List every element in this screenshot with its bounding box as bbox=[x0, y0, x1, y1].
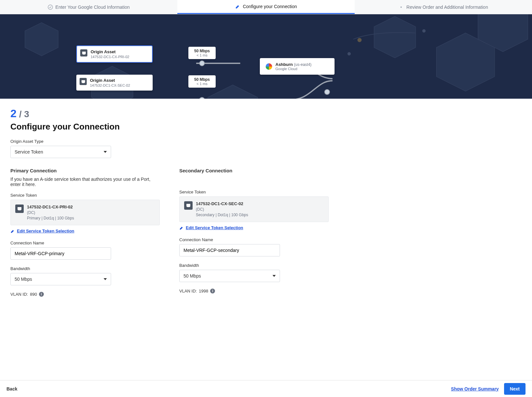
secondary-token-name: 147532-DC1-CX-SEC-02 bbox=[196, 201, 248, 206]
latency-value: < 1 ms bbox=[194, 82, 210, 86]
stepper: Enter Your Google Cloud Information Conf… bbox=[0, 0, 532, 14]
secondary-vlan-value: 1998 bbox=[199, 289, 208, 293]
step-review[interactable]: Review Order and Additional Information bbox=[355, 0, 532, 14]
latency-value: < 1 ms bbox=[194, 53, 210, 57]
primary-token-meta: Primary | Dot1q | 100 Gbps bbox=[27, 216, 74, 220]
primary-title: Primary Connection bbox=[10, 168, 160, 173]
primary-bw-value: 50 Mbps bbox=[15, 277, 32, 282]
step-label: Configure your Connection bbox=[243, 4, 297, 9]
secondary-bandwidth-select[interactable]: 50 Mbps bbox=[179, 270, 280, 282]
primary-token-loc: (DC) bbox=[27, 210, 74, 215]
step-google-info[interactable]: Enter Your Google Cloud Information bbox=[0, 0, 177, 14]
secondary-connection-section: Secondary Connection Service Token 14753… bbox=[179, 168, 329, 297]
secondary-token-card: 147532-DC1-CX-SEC-02 (DC) Secondary | Do… bbox=[179, 196, 329, 222]
dest-city: Ashburn (us-east4) bbox=[275, 62, 311, 67]
primary-vlan-value: 890 bbox=[30, 292, 37, 297]
primary-token-card: 147532-DC1-CX-PRI-02 (DC) Primary | Dot1… bbox=[10, 200, 160, 225]
secondary-edit-token-link[interactable]: Edit Service Token Selection bbox=[179, 225, 243, 230]
info-icon[interactable]: i bbox=[39, 292, 44, 297]
diagram-destination: Ashburn (us-east4) Google Cloud bbox=[260, 58, 335, 75]
speed-value: 50 Mbps bbox=[194, 77, 210, 82]
port-icon bbox=[80, 78, 87, 85]
origin-title: Origin Asset bbox=[91, 49, 129, 54]
chevron-down-icon bbox=[104, 151, 107, 153]
speed-value: 50 Mbps bbox=[194, 49, 210, 53]
secondary-token-loc: (DC) bbox=[196, 207, 248, 212]
pencil-icon bbox=[235, 4, 240, 9]
secondary-token-label: Service Token bbox=[179, 190, 329, 194]
port-icon bbox=[80, 49, 87, 56]
step-counter: 2 / 3 bbox=[10, 107, 347, 120]
secondary-conn-label: Connection Name bbox=[179, 237, 329, 242]
svg-point-5 bbox=[358, 38, 362, 42]
info-icon[interactable]: i bbox=[210, 289, 215, 293]
secondary-vlan-row: VLAN ID: 1998 i bbox=[179, 289, 329, 293]
secondary-token-meta: Secondary | Dot1q | 100 Gbps bbox=[196, 213, 248, 217]
origin-title: Origin Asset bbox=[90, 78, 130, 83]
secondary-title: Secondary Connection bbox=[179, 168, 329, 173]
svg-point-8 bbox=[422, 29, 425, 32]
port-icon bbox=[15, 205, 24, 213]
dot-icon bbox=[399, 5, 404, 10]
primary-conn-label: Connection Name bbox=[10, 241, 160, 245]
primary-edit-token-link[interactable]: Edit Service Token Selection bbox=[10, 229, 74, 233]
pencil-icon bbox=[10, 229, 15, 233]
secondary-connection-name-input[interactable] bbox=[179, 244, 280, 256]
svg-point-1 bbox=[400, 6, 402, 8]
primary-bw-label: Bandwidth bbox=[10, 266, 160, 271]
primary-token-label: Service Token bbox=[10, 193, 160, 198]
origin-type-value: Service Token bbox=[15, 149, 43, 155]
primary-hint: If you have an A-side service token that… bbox=[10, 177, 160, 187]
port-icon bbox=[184, 201, 193, 210]
origin-id: 147532-DC1-CX-SEC-02 bbox=[90, 83, 130, 87]
secondary-bw-value: 50 Mbps bbox=[184, 273, 201, 279]
origin-type-label: Origin Asset Type bbox=[10, 139, 347, 144]
chevron-down-icon bbox=[104, 278, 107, 280]
dest-provider: Google Cloud bbox=[275, 67, 311, 71]
chevron-down-icon bbox=[272, 275, 276, 277]
svg-point-7 bbox=[348, 52, 351, 55]
origin-type-select[interactable]: Service Token bbox=[10, 146, 111, 158]
diagram-origin-secondary: Origin Asset 147532-DC1-CX-SEC-02 bbox=[76, 75, 153, 91]
check-circle-icon bbox=[48, 5, 53, 10]
step-label: Review Order and Additional Information bbox=[406, 5, 488, 10]
page-title: Configure your Connection bbox=[10, 122, 347, 132]
step-configure[interactable]: Configure your Connection bbox=[177, 0, 355, 14]
primary-connection-section: Primary Connection If you have an A-side… bbox=[10, 168, 160, 297]
primary-vlan-row: VLAN ID: 890 i bbox=[10, 292, 160, 297]
google-cloud-icon bbox=[266, 63, 272, 70]
origin-id: 147532-DC1-CX-PRI-02 bbox=[91, 55, 129, 59]
step-label: Enter Your Google Cloud Information bbox=[56, 5, 130, 10]
main-content: 2 / 3 Configure your Connection Origin A… bbox=[0, 99, 357, 316]
diagram-origin-primary: Origin Asset 147532-DC1-CX-PRI-02 bbox=[76, 45, 153, 63]
primary-connection-name-input[interactable] bbox=[10, 247, 111, 260]
primary-bandwidth-select[interactable]: 50 Mbps bbox=[10, 273, 111, 285]
primary-token-name: 147532-DC1-CX-PRI-02 bbox=[27, 205, 74, 209]
diagram-speed-primary: 50 Mbps < 1 ms bbox=[188, 47, 216, 59]
secondary-bw-label: Bandwidth bbox=[179, 263, 329, 268]
diagram-speed-secondary: 50 Mbps < 1 ms bbox=[188, 75, 216, 88]
hero-diagram: Origin Asset 147532-DC1-CX-PRI-02 Origin… bbox=[0, 14, 532, 99]
pencil-icon bbox=[179, 226, 184, 230]
